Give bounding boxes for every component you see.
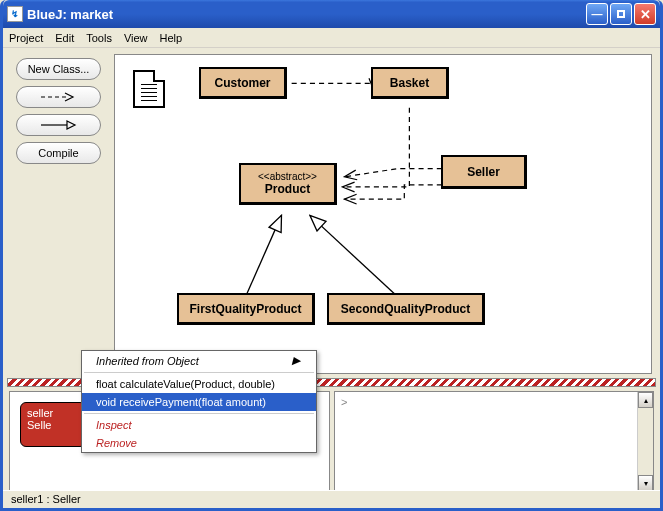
class-second-quality-product[interactable]: SecondQualityProduct (327, 293, 485, 325)
readme-icon[interactable] (133, 70, 165, 108)
new-class-button[interactable]: New Class... (16, 58, 101, 80)
inherit-arrow-button[interactable] (16, 114, 101, 136)
class-first-quality-product[interactable]: FirstQualityProduct (177, 293, 315, 325)
ctx-inspect[interactable]: Inspect (82, 416, 316, 434)
menu-bar: Project Edit Tools View Help (3, 28, 660, 48)
close-button[interactable]: ✕ (634, 3, 656, 25)
scroll-down-icon[interactable]: ▾ (638, 475, 653, 491)
status-bar: seller1 : Seller (3, 490, 660, 508)
menu-project[interactable]: Project (9, 32, 43, 44)
class-seller[interactable]: Seller (441, 155, 527, 189)
class-customer[interactable]: Customer (199, 67, 287, 99)
ctx-receive-payment[interactable]: void receivePayment(float amount) (82, 393, 316, 411)
class-product[interactable]: <<abstract>>Product (239, 163, 337, 205)
class-diagram[interactable]: Customer Basket <<abstract>>Product Sell… (114, 54, 652, 374)
scroll-up-icon[interactable]: ▴ (638, 392, 653, 408)
window-title: BlueJ: market (27, 7, 586, 22)
submenu-arrow-icon: ▶ (292, 354, 300, 367)
compile-button[interactable]: Compile (16, 142, 101, 164)
ctx-inherited[interactable]: Inherited from Object ▶ (82, 351, 316, 370)
menu-tools[interactable]: Tools (86, 32, 112, 44)
menu-view[interactable]: View (124, 32, 148, 44)
code-pad[interactable]: > ▴ ▾ (334, 391, 654, 492)
object-seller1[interactable]: seller Selle (20, 402, 86, 447)
code-prompt: > (341, 396, 347, 408)
minimize-button[interactable]: — (586, 3, 608, 25)
maximize-button[interactable] (610, 3, 632, 25)
class-basket[interactable]: Basket (371, 67, 449, 99)
svg-marker-2 (67, 121, 75, 129)
title-bar: ↯ BlueJ: market — ✕ (3, 0, 660, 28)
status-text: seller1 : Seller (11, 493, 81, 505)
menu-edit[interactable]: Edit (55, 32, 74, 44)
menu-help[interactable]: Help (160, 32, 183, 44)
ctx-calculate-value[interactable]: float calculateValue(Product, double) (82, 375, 316, 393)
app-icon: ↯ (7, 6, 23, 22)
ctx-remove[interactable]: Remove (82, 434, 316, 452)
context-menu: Inherited from Object ▶ float calculateV… (81, 350, 317, 453)
uses-arrow-button[interactable] (16, 86, 101, 108)
sidebar: New Class... Compile (3, 48, 114, 378)
code-scrollbar[interactable]: ▴ ▾ (637, 392, 653, 491)
